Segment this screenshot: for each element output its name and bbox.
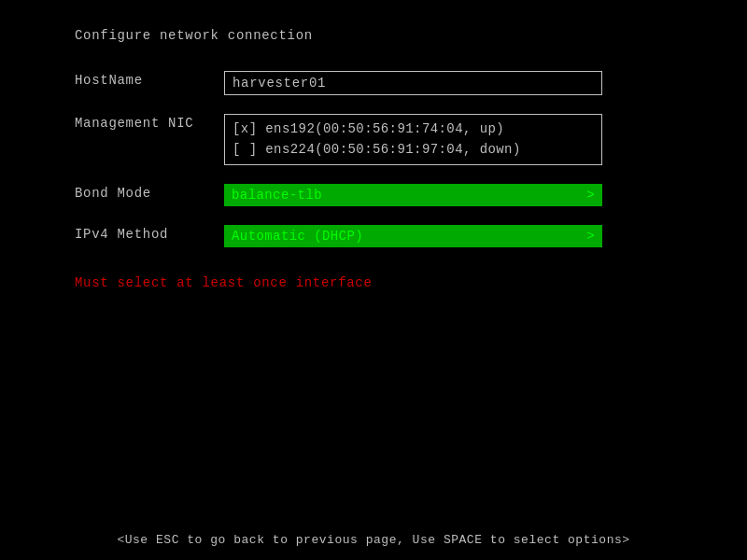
footer-hint: <Use ESC to go back to previous page, Us… (0, 529, 747, 551)
nic-line-2: [ ] ens224(00:50:56:91:97:04, down) (233, 139, 594, 160)
hostname-row: HostName harvester01 (75, 71, 672, 95)
bond-mode-field: balance-tlb > (224, 184, 672, 206)
management-nic-label: Management NIC (75, 114, 224, 131)
bond-mode-dropdown[interactable]: balance-tlb > (224, 184, 602, 206)
hostname-label: HostName (75, 71, 224, 88)
ipv4-method-dropdown[interactable]: Automatic (DHCP) > (224, 225, 602, 247)
bond-mode-value: balance-tlb (232, 188, 322, 203)
bond-mode-row: Bond Mode balance-tlb > (75, 184, 672, 206)
nic-line-1: [x] ens192(00:50:56:91:74:04, up) (233, 119, 594, 139)
ipv4-method-value: Automatic (DHCP) (232, 229, 363, 244)
management-nic-row: Management NIC [x] ens192(00:50:56:91:74… (75, 114, 672, 165)
ipv4-method-arrow: > (586, 229, 595, 244)
bond-mode-label: Bond Mode (75, 184, 224, 201)
page-title: Configure network connection (75, 28, 672, 43)
nic-selection-box[interactable]: [x] ens192(00:50:56:91:74:04, up) [ ] en… (224, 114, 602, 165)
configure-network-screen: Configure network connection HostName ha… (0, 0, 747, 560)
management-nic-field: [x] ens192(00:50:56:91:74:04, up) [ ] en… (224, 114, 672, 165)
error-message: Must select at least once interface (75, 275, 672, 290)
ipv4-method-label: IPv4 Method (75, 225, 224, 242)
ipv4-method-field: Automatic (DHCP) > (224, 225, 672, 247)
hostname-input[interactable]: harvester01 (224, 71, 602, 95)
hostname-field: harvester01 (224, 71, 672, 95)
ipv4-method-row: IPv4 Method Automatic (DHCP) > (75, 225, 672, 247)
bond-mode-arrow: > (586, 188, 595, 203)
